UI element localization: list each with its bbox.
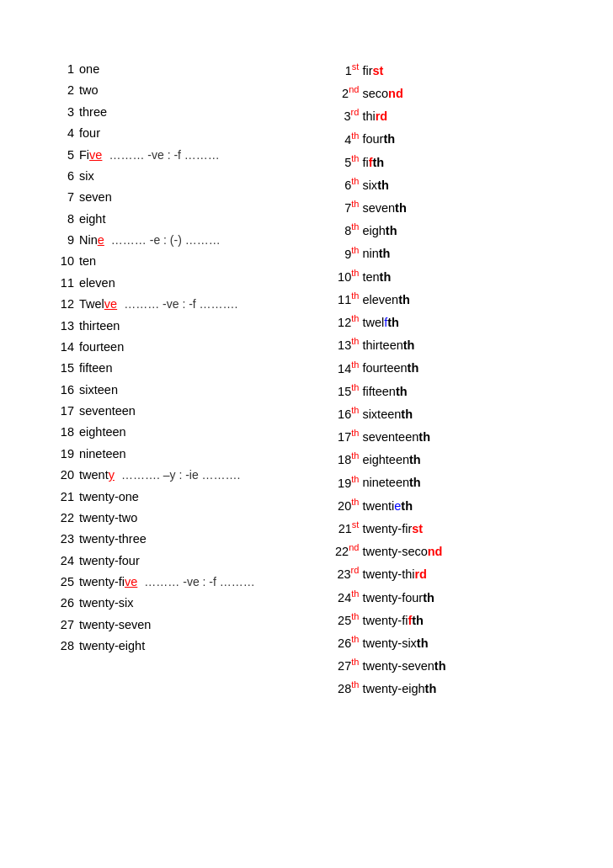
cardinal-word: eighteen: [79, 422, 126, 443]
cardinal-row: 9Nine……… -e : (-) ………: [51, 230, 332, 251]
cardinal-row: 5Five……… -ve : -f ………: [51, 145, 332, 166]
cardinal-number: 26: [51, 593, 74, 614]
ordinal-suffix: th: [351, 634, 359, 644]
ordinal-word: twenty-second: [362, 541, 442, 562]
cardinal-word: two: [79, 80, 99, 101]
cardinal-word: seventeen: [79, 401, 136, 422]
ordinal-bold: th: [383, 132, 395, 146]
cardinal-number: 8: [51, 209, 74, 230]
ordinal-word: seventh: [362, 198, 406, 219]
ordinal-bold: th: [398, 293, 410, 306]
ordinal-suffix: th: [351, 199, 359, 209]
cardinal-row: 13thirteen: [51, 316, 332, 337]
ordinal-bold: th: [409, 453, 421, 466]
cardinal-number: 11: [51, 273, 74, 294]
ordinal-row: 28thtwenty-eighth: [332, 677, 562, 700]
ordinal-suffix: th: [351, 221, 359, 232]
ordinal-row: 13ththirteenth: [332, 333, 562, 356]
cardinal-number: 17: [51, 401, 74, 422]
ordinal-row: 19thnineteenth: [332, 471, 562, 494]
cardinal-word: sixteen: [79, 380, 118, 401]
cardinal-word: one: [79, 59, 99, 80]
cardinal-number: 9: [51, 230, 74, 251]
ordinal-number: 9th: [332, 242, 359, 265]
ordinal-bold: th: [403, 338, 415, 352]
ordinal-red: f: [369, 156, 373, 169]
ordinal-suffix: th: [351, 336, 359, 346]
cardinal-word: four: [79, 123, 100, 144]
ordinal-bold: th: [387, 316, 399, 329]
cardinal-row: 27twenty-seven: [51, 615, 332, 636]
ordinal-bold: th: [408, 361, 419, 375]
cardinal-word: fifteen: [79, 358, 113, 379]
cardinal-word: three: [79, 102, 107, 123]
cardinal-red-part: y: [109, 468, 115, 482]
ordinal-suffix: th: [351, 657, 359, 667]
ordinal-suffix: th: [351, 290, 359, 301]
cardinal-number: 20: [51, 465, 74, 486]
ordinal-suffix: th: [351, 130, 359, 141]
cardinal-word: nineteen: [79, 444, 126, 465]
ordinal-word: twenty-sixth: [362, 633, 428, 654]
cardinal-word: twenty-two: [79, 508, 137, 529]
ordinal-bold: th: [401, 499, 413, 513]
ordinal-row: 27thtwenty-seventh: [332, 654, 562, 677]
ordinal-word: eleventh: [362, 290, 409, 311]
ordinal-red: st: [412, 522, 423, 535]
cardinal-number: 18: [51, 422, 74, 443]
ordinal-bold: rd: [376, 109, 388, 123]
cardinal-row: 20twenty………. –y : -ie ……….: [51, 465, 332, 486]
ordinal-word: twenty-seventh: [362, 656, 445, 677]
ordinal-suffix: rd: [351, 107, 360, 117]
ordinal-number: 22nd: [332, 540, 359, 562]
ordinal-number: 25th: [332, 609, 359, 631]
ordinal-number: 16th: [332, 402, 359, 425]
ordinal-number: 10th: [332, 265, 359, 288]
ordinal-row: 20thtwentieth: [332, 494, 562, 517]
ordinal-suffix: th: [351, 359, 359, 370]
ordinal-number: 24th: [332, 586, 359, 609]
ordinal-word: fifteenth: [362, 381, 407, 402]
ordinal-column: 1stfirst2ndsecond3rdthird4thfourth5thfif…: [332, 59, 562, 700]
ordinal-word: thirteenth: [362, 335, 414, 356]
cardinal-word: ten: [79, 251, 96, 272]
ordinal-number: 12th: [332, 311, 359, 333]
ordinal-suffix: nd: [349, 542, 359, 552]
cardinal-row: 7seven: [51, 187, 332, 208]
ordinal-word: eighth: [362, 221, 397, 242]
ordinal-suffix: th: [351, 176, 359, 186]
ordinal-suffix: th: [351, 450, 359, 461]
ordinal-bold: th: [417, 636, 429, 650]
ordinal-bold: st: [412, 522, 423, 535]
cardinal-number: 2: [51, 80, 74, 101]
cardinal-word: twenty-one: [79, 487, 139, 508]
ordinal-suffix: nd: [349, 84, 359, 94]
ordinal-word: second: [362, 83, 402, 104]
ordinal-bold: th: [380, 270, 392, 284]
ordinal-row: 17thseventeenth: [332, 425, 562, 448]
ordinal-number: 28th: [332, 677, 359, 700]
ordinal-word: fourteenth: [362, 358, 418, 379]
cardinal-number: 4: [51, 123, 74, 144]
cardinal-row: 28twenty-eight: [51, 636, 332, 657]
ordinal-word: twenty-fifth: [362, 610, 424, 631]
ordinal-word: first: [362, 61, 383, 82]
ordinal-bold: th: [377, 178, 389, 192]
cardinal-row: 10ten: [51, 251, 332, 272]
ordinal-number: 18th: [332, 448, 359, 471]
ordinal-number: 7th: [332, 196, 359, 219]
ordinal-row: 26thtwenty-sixth: [332, 631, 562, 654]
ordinal-suffix: st: [352, 61, 360, 72]
ordinal-row: 25thtwenty-fifth: [332, 609, 562, 631]
cardinal-row: 24twenty-four: [51, 551, 332, 572]
ordinal-bold: fth: [408, 614, 424, 627]
ordinal-bold: th: [425, 682, 437, 695]
ordinal-word: eighteenth: [362, 450, 420, 471]
cardinal-number: 19: [51, 444, 74, 465]
ordinal-word: ninth: [362, 243, 390, 264]
ordinal-row: 22ndtwenty-second: [332, 540, 562, 562]
cardinal-word: seven: [79, 187, 112, 208]
ordinal-word: third: [362, 106, 387, 127]
ordinal-number: 15th: [332, 380, 359, 402]
cardinal-number: 22: [51, 508, 74, 529]
